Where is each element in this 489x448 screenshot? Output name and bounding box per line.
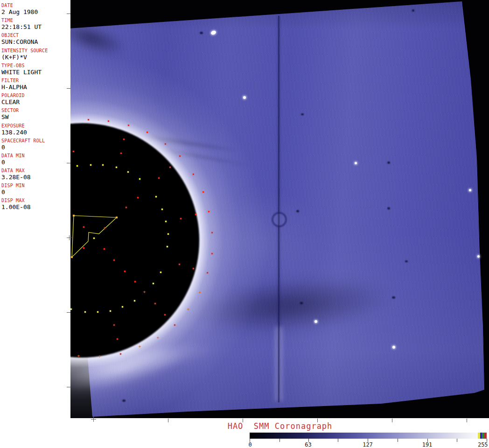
metadata-panel: DATE2 Aug 1980TIME22:18:51 UTOBJECTSUN:C… xyxy=(1,2,48,213)
field-value: 0 xyxy=(1,159,48,166)
red-fiducial-dot xyxy=(108,120,109,122)
red-fiducial-dot xyxy=(164,314,166,315)
field-label: TYPE-OBS xyxy=(1,63,48,69)
field-value: 22:18:51 UT xyxy=(1,23,48,30)
metadata-field: DISP MAX1.00E-08 xyxy=(1,197,48,212)
yellow-fiducial-dot xyxy=(161,209,163,210)
red-fiducial-dot xyxy=(174,324,175,326)
polygon-vertex-marker xyxy=(73,215,75,217)
red-fiducial-dot xyxy=(83,226,84,228)
red-cross-mark: + xyxy=(156,336,160,340)
yellow-fiducial-dot xyxy=(168,233,169,235)
yellow-fiducial-dot xyxy=(160,272,161,273)
metadata-field: FILTERH-ALPHA xyxy=(1,77,48,92)
colorbar-minor-tick xyxy=(338,439,338,442)
polygon-vertex-marker xyxy=(71,256,73,258)
field-value: WHITE LIGHT xyxy=(1,69,48,76)
red-fiducial-dot xyxy=(120,353,121,355)
red-fiducial-dot xyxy=(113,259,115,261)
colorbar-minor-tick xyxy=(457,439,457,442)
bright-star-speck xyxy=(392,346,395,349)
field-label: OBJECT xyxy=(1,32,48,38)
metadata-sidebar: DATE2 Aug 1980TIME22:18:51 UTOBJECTSUN:C… xyxy=(0,0,70,418)
sun-center-cross-left xyxy=(67,235,72,240)
field-label: SECTOR xyxy=(1,107,48,113)
metadata-field: POLAROIDCLEAR xyxy=(1,92,48,107)
left-ruler-tick xyxy=(67,88,70,89)
metadata-field: OBJECTSUN:CORONA xyxy=(1,32,48,47)
dust-speck xyxy=(122,399,126,402)
red-fiducial-dot xyxy=(169,167,171,168)
dust-speck xyxy=(412,9,414,12)
sun-center-cross-bottom xyxy=(91,417,96,422)
field-value: SUN:CORONA xyxy=(1,38,48,45)
bottom-ruler-tick xyxy=(168,419,168,422)
bottom-ruler-tick xyxy=(317,419,318,422)
red-fiducial-dot xyxy=(117,338,118,340)
red-fiducial-dot xyxy=(134,281,136,282)
red-cross-mark: + xyxy=(186,307,190,311)
intensity-colorbar xyxy=(250,433,487,439)
red-fiducial-dot xyxy=(126,207,127,208)
red-fiducial-dot xyxy=(208,211,210,212)
red-fiducial-dot xyxy=(203,191,204,193)
colorbar-tick-label: 127 xyxy=(363,441,373,448)
metadata-field: TIME22:18:51 UT xyxy=(1,17,48,32)
bright-star-speck xyxy=(314,320,317,323)
field-value: 1.00E-08 xyxy=(1,203,48,210)
smm-coronagraph-viewer: DATE2 Aug 1980TIME22:18:51 UTOBJECTSUN:C… xyxy=(0,0,489,448)
field-label: DATA MAX xyxy=(1,168,48,174)
red-fiducial-dot xyxy=(88,119,89,120)
red-fiducial-dot xyxy=(104,248,105,250)
left-ruler-tick xyxy=(67,14,70,14)
dust-speck xyxy=(392,296,395,299)
red-cross-mark: + xyxy=(77,354,81,358)
yellow-fiducial-dot xyxy=(127,171,129,173)
red-fiducial-dot xyxy=(207,272,208,273)
bright-star-speck xyxy=(243,96,246,99)
field-value: 3.28E-08 xyxy=(1,174,48,181)
left-ruler-tick xyxy=(67,163,70,163)
yellow-fiducial-dot xyxy=(102,164,104,166)
red-fiducial-dot xyxy=(137,197,139,198)
field-value: 138.240 xyxy=(1,129,48,136)
yellow-fiducial-dot xyxy=(134,300,135,301)
field-label: DISP MAX xyxy=(1,197,48,203)
metadata-field: EXPOSURE138.240 xyxy=(1,123,48,138)
yellow-fiducial-dot xyxy=(155,196,157,197)
colorbar-tick-label: 63 xyxy=(305,441,311,448)
field-value: 0 xyxy=(1,189,48,196)
red-fiducial-dot xyxy=(180,218,182,219)
red-fiducial-dot xyxy=(123,139,125,140)
image-title: HAO SMM Coronagraph xyxy=(196,421,364,431)
red-fiducial-dot xyxy=(113,324,115,326)
yellow-fiducial-dot xyxy=(167,246,168,247)
metadata-field: DATA MAX3.28E-08 xyxy=(1,168,48,182)
dust-speck xyxy=(387,207,390,210)
red-fiducial-dot xyxy=(120,153,122,154)
field-label: DISP MIN xyxy=(1,182,48,189)
red-fiducial-dot xyxy=(195,214,196,215)
yellow-fiducial-dot xyxy=(165,221,167,222)
metadata-field: DATE2 Aug 1980 xyxy=(1,2,48,17)
red-fiducial-dot xyxy=(73,151,74,152)
sector-polygon xyxy=(72,216,117,257)
field-label: INTENSITY SOURCE xyxy=(1,48,48,54)
metadata-field: DATA MIN0 xyxy=(1,153,48,168)
coronagraph-image: +++++++ xyxy=(70,0,489,418)
metadata-field: SPACECRAFT ROLL0 xyxy=(1,138,48,153)
yellow-fiducial-dot xyxy=(84,311,86,313)
red-fiducial-dot xyxy=(83,247,84,249)
dust-speck xyxy=(296,210,299,212)
colorbar-minor-tick xyxy=(398,439,398,442)
bright-star-speck xyxy=(355,162,357,164)
red-fiducial-dot xyxy=(165,143,166,145)
red-cross-mark: + xyxy=(98,354,102,358)
field-value: (K+F)*V xyxy=(1,54,48,61)
bright-star-speck xyxy=(477,255,480,258)
dust-speck xyxy=(301,113,304,115)
yellow-fiducial-dot xyxy=(90,164,91,166)
red-fiducial-dot xyxy=(179,264,180,265)
left-ruler-tick xyxy=(67,312,70,313)
red-fiducial-dot xyxy=(179,155,181,157)
